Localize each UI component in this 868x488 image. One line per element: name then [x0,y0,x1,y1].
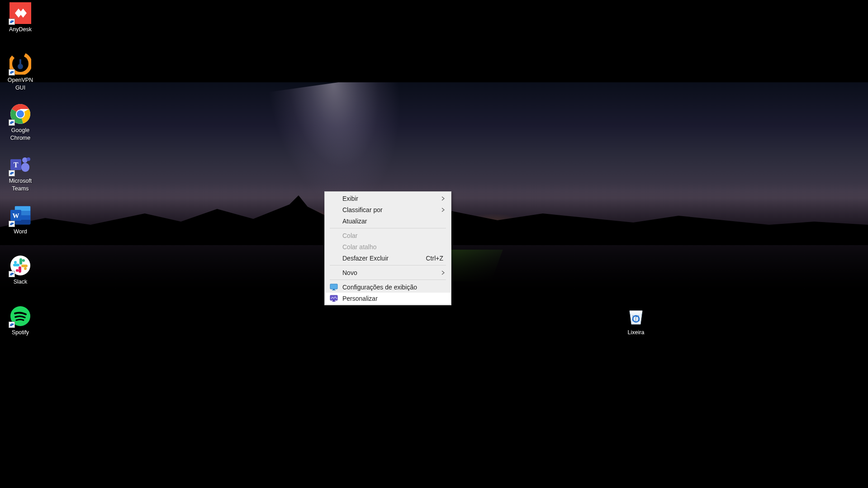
svg-rect-34 [333,289,335,290]
desktop-icon-label: GoogleChrome [0,127,41,142]
openvpn-gui-icon [9,53,31,75]
desktop-icon-google-chrome[interactable]: GoogleChrome [3,103,38,142]
menu-item-exibir[interactable]: Exibir [325,193,451,204]
svg-rect-20 [19,258,22,265]
desktop-icon-label: MicrosoftTeams [0,177,41,193]
shortcut-arrow-icon [9,271,15,277]
menu-item-novo[interactable]: Novo [325,267,451,278]
menu-item-desfazer-excluir[interactable]: Desfazer ExcluirCtrl+Z [325,252,451,264]
menu-item-label: Classificar por [342,206,383,213]
menu-item-label: Desfazer Excluir [342,255,389,262]
shortcut-arrow-icon [9,69,15,76]
menu-separator [330,265,446,265]
desktop-icon-label: Slack [0,278,41,286]
svg-point-25 [24,267,27,270]
slack-icon [9,255,31,276]
svg-point-27 [14,261,17,264]
google-chrome-icon [9,103,31,125]
svg-rect-33 [330,284,337,289]
menu-item-shortcut: Ctrl+Z [426,255,444,262]
desktop-icon-anydesk[interactable]: AnyDesk [3,2,38,33]
desktop-icon-spotify[interactable]: Spotify [3,305,38,336]
svg-rect-3 [19,59,21,66]
shortcut-arrow-icon [9,19,15,25]
desktop-icon-microsoft-teams[interactable]: T MicrosoftTeams [3,154,38,193]
svg-point-11 [27,157,30,161]
chevron-right-icon [441,195,445,202]
svg-rect-37 [333,300,335,301]
desktop-icon-label: Spotify [0,329,41,336]
menu-item-label: Colar atalho [342,243,377,251]
desktop-icon-label: AnyDesk [0,26,41,33]
desktop-icon-label: OpenVPNGUI [0,76,41,92]
menu-item-atualizar[interactable]: Atualizar [325,215,451,227]
desktop-icon-label: Lixeira [616,329,656,336]
anydesk-icon [9,2,31,24]
menu-item-personalizar[interactable]: Personalizar [325,293,451,304]
svg-rect-23 [13,264,19,266]
menu-item-label: Colar [342,232,357,239]
desktop-icon-slack[interactable]: Slack [3,255,38,286]
menu-item-label: Atualizar [342,218,367,225]
word-icon: W [9,204,31,226]
recycle-bin-icon [625,305,647,327]
spotify-icon [9,305,31,327]
menu-item-configuracoes-de-exibicao[interactable]: Configurações de exibição [325,281,451,293]
desktop-icon-label: Word [0,228,41,236]
menu-item-label: Novo [342,269,357,276]
svg-rect-10 [21,163,29,172]
display-settings-icon [330,283,338,291]
svg-point-9 [22,157,28,163]
menu-item-label: Exibir [342,195,358,202]
shortcut-arrow-icon [9,119,15,126]
shortcut-arrow-icon [9,322,15,328]
desktop-icon-recycle-bin[interactable]: Lixeira [619,305,653,336]
svg-rect-22 [19,266,21,273]
desktop-icon-word[interactable]: W Word [3,204,38,236]
menu-item-colar: Colar [325,230,451,241]
chevron-right-icon [441,269,445,276]
menu-item-classificar-por[interactable]: Classificar por [325,204,451,215]
menu-separator [330,228,446,228]
menu-separator [330,280,446,280]
svg-rect-35 [332,290,336,290]
svg-rect-38 [332,301,336,302]
svg-point-6 [17,110,24,118]
svg-point-24 [22,259,25,262]
svg-rect-21 [21,265,28,267]
menu-item-label: Personalizar [342,295,378,302]
personalize-icon [330,294,338,303]
microsoft-teams-icon: T [9,154,31,175]
svg-point-26 [16,269,19,272]
menu-item-label: Configurações de exibição [342,284,417,291]
menu-item-colar-atalho: Colar atalho [325,241,451,252]
svg-text:T: T [14,161,19,169]
svg-text:W: W [13,212,19,219]
chevron-right-icon [441,206,445,213]
shortcut-arrow-icon [9,221,15,227]
shortcut-arrow-icon [9,170,15,176]
desktop-icon-openvpn-gui[interactable]: OpenVPNGUI [3,53,38,92]
desktop-context-menu[interactable]: ExibirClassificar porAtualizarColarColar… [324,191,451,305]
